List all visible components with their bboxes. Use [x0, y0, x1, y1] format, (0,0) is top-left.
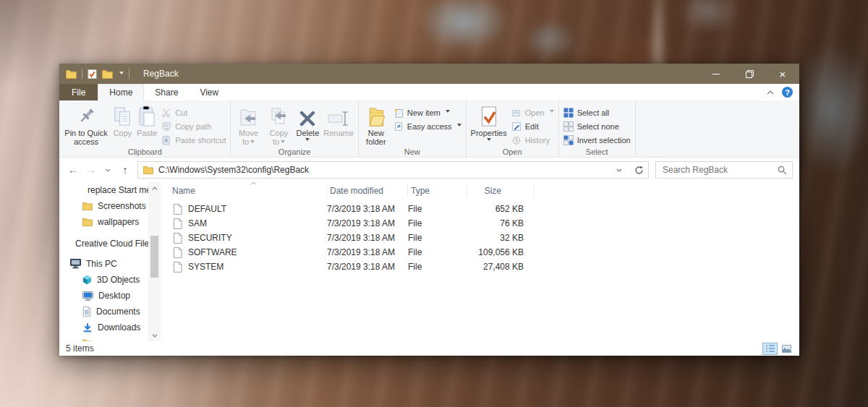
folder-icon [82, 202, 93, 210]
file-row-system[interactable]: SYSTEM 7/3/2019 3:18 AM File 27,408 KB [169, 260, 799, 274]
group-label-new: New [361, 147, 464, 158]
paste-button[interactable]: Paste [135, 103, 159, 138]
dropdown-caret-icon [487, 138, 491, 143]
select-all-button[interactable]: Select all [561, 106, 633, 119]
close-icon: × [780, 68, 786, 80]
previous-locations-button[interactable] [612, 168, 626, 172]
column-headers: Name Date modified Type Size [169, 184, 799, 199]
tab-home[interactable]: Home [98, 84, 144, 100]
up-button[interactable]: ↑ [116, 161, 134, 179]
collapse-ribbon-button[interactable] [767, 90, 774, 95]
pin-to-quick-access-button[interactable]: Pin to Quick access [61, 103, 111, 147]
tab-file[interactable]: File [59, 84, 98, 100]
file-row-software[interactable]: SOFTWARE 7/3/2019 3:18 AM File 109,056 K… [169, 245, 799, 260]
qat-new-folder-button[interactable] [102, 69, 113, 79]
open-button[interactable]: Open [509, 106, 556, 119]
scrollbar-down-arrow[interactable] [152, 330, 158, 341]
title-bar[interactable]: RegBack × [59, 64, 799, 84]
properties-check-icon [480, 103, 498, 129]
paste-shortcut-button[interactable]: Paste shortcut [159, 133, 228, 147]
close-button[interactable]: × [766, 64, 799, 84]
clipboard-paste-icon [138, 103, 156, 129]
select-all-icon [563, 108, 574, 118]
tab-share[interactable]: Share [144, 84, 189, 100]
large-icons-view-button[interactable] [779, 343, 794, 355]
sidebar-scrollbar[interactable] [148, 182, 161, 341]
recent-locations-button[interactable] [99, 168, 116, 172]
help-button[interactable]: ? [782, 87, 793, 98]
sidebar-item-this-pc[interactable]: This PC [59, 256, 148, 272]
copy-path-icon [161, 121, 171, 132]
move-to-button[interactable]: Move to [233, 103, 263, 147]
edit-button[interactable]: Edit [509, 119, 556, 133]
sidebar-item-3d-objects[interactable]: 3D Objects [59, 272, 148, 288]
status-bar: 5 items [59, 341, 799, 356]
sidebar-item-screenshots[interactable]: Screenshots [59, 198, 148, 214]
search-input[interactable] [661, 164, 778, 176]
folder-icon [82, 218, 93, 226]
ribbon-group-open: Properties Open Edit [467, 100, 559, 157]
column-header-name[interactable]: Name [169, 185, 327, 197]
tab-view[interactable]: View [189, 84, 229, 100]
new-folder-button[interactable]: New folder [361, 103, 391, 147]
scrollbar-thumb[interactable] [150, 236, 158, 278]
cut-button[interactable]: Cut [159, 106, 228, 119]
minimize-icon [712, 74, 720, 74]
address-bar[interactable]: C:\Windows\System32\config\RegBack [137, 161, 649, 179]
copy-path-button[interactable]: Copy path [159, 119, 228, 133]
file-row-default[interactable]: DEFAULT 7/3/2019 3:18 AM File 652 KB [169, 202, 799, 216]
ribbon-group-clipboard: Pin to Quick access Copy Paste [59, 100, 231, 157]
minimize-button[interactable] [699, 64, 733, 84]
details-view-button[interactable] [762, 343, 778, 355]
sidebar-item-documents[interactable]: Documents [59, 304, 148, 320]
history-button[interactable]: History [509, 133, 556, 147]
chevron-down-icon [152, 334, 158, 338]
column-header-size[interactable]: Size [467, 185, 534, 197]
column-header-type[interactable]: Type [408, 185, 467, 197]
sidebar-item-desktop[interactable]: Desktop [59, 288, 148, 304]
file-icon [173, 204, 182, 215]
invert-selection-button[interactable]: Invert selection [561, 133, 633, 147]
sidebar-item-creative-cloud-files[interactable]: Creative Cloud File [59, 236, 148, 252]
restore-icon [746, 70, 754, 78]
sidebar-item-replace-start-me[interactable]: replace Start me [59, 182, 148, 198]
move-to-icon [239, 103, 258, 129]
copy-to-button[interactable]: Copy to [263, 103, 294, 147]
history-clock-icon [511, 135, 522, 145]
file-row-security[interactable]: SECURITY 7/3/2019 3:18 AM File 32 KB [169, 231, 799, 245]
forward-button[interactable]: → [82, 161, 99, 179]
address-bar-row: ← → ↑ C:\Windows\System32\config\RegBack [59, 158, 799, 182]
scrollbar-up-arrow[interactable] [152, 182, 158, 194]
new-item-icon [393, 108, 404, 118]
back-button[interactable]: ← [64, 161, 82, 179]
qat-customize-button[interactable] [118, 72, 124, 77]
sidebar-item-partial[interactable] [59, 335, 148, 341]
new-item-button[interactable]: New item [391, 106, 464, 119]
chevron-down-icon [105, 168, 111, 172]
easy-access-button[interactable]: Easy access [391, 119, 464, 133]
file-row-sam[interactable]: SAM 7/3/2019 3:18 AM File 76 KB [169, 216, 799, 231]
file-explorer-window: RegBack × File Home Share View ? [59, 64, 799, 356]
rename-button[interactable]: Rename [321, 103, 356, 138]
properties-button[interactable]: Properties [469, 103, 509, 144]
computer-icon [70, 259, 81, 269]
sidebar-item-wallpapers[interactable]: wallpapers [59, 214, 148, 230]
delete-x-icon [299, 103, 316, 129]
details-view-icon [766, 344, 775, 353]
sidebar-item-downloads[interactable]: Downloads [59, 320, 148, 335]
delete-button[interactable]: Delete [294, 103, 321, 144]
qat-properties-button[interactable] [88, 69, 97, 79]
search-icon [778, 166, 787, 175]
dropdown-caret-icon [250, 140, 255, 145]
refresh-button[interactable] [631, 166, 646, 175]
select-none-button[interactable]: Select none [561, 119, 633, 133]
copy-button[interactable]: Copy [111, 103, 135, 138]
column-header-date-modified[interactable]: Date modified [327, 185, 408, 197]
quick-access-toolbar: RegBack [59, 69, 179, 79]
address-path[interactable]: C:\Windows\System32\config\RegBack [158, 165, 607, 175]
thumbnail-view-icon [782, 345, 791, 353]
restore-button[interactable] [733, 64, 766, 84]
navigation-pane: replace Start me Screenshots wallpapers … [59, 182, 148, 341]
pushpin-icon [77, 103, 95, 129]
search-box[interactable] [655, 161, 793, 179]
